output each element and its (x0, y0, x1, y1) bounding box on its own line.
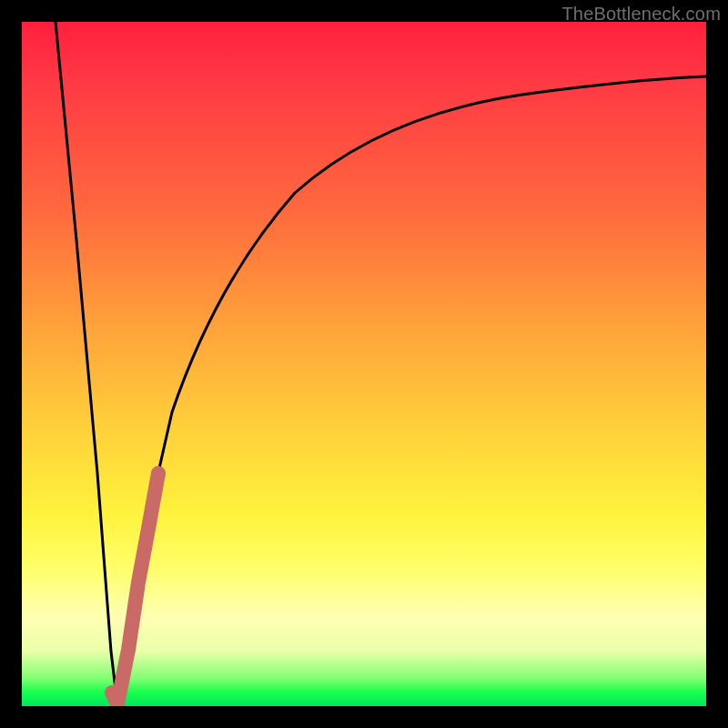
plot-area (22, 22, 706, 706)
watermark-text: TheBottleneck.com (561, 4, 721, 25)
curve-layer (22, 22, 706, 706)
highlight-segment (112, 473, 158, 704)
bottleneck-curve (56, 22, 706, 704)
chart-frame: TheBottleneck.com (0, 0, 728, 728)
